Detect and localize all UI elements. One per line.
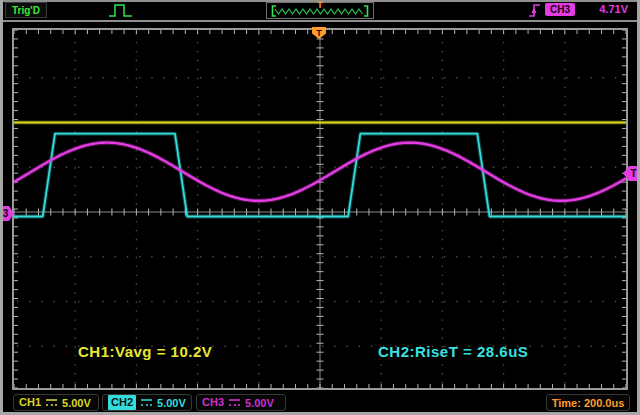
ch2-dc-coupling-icon xyxy=(141,399,152,406)
ch1-label: CH1 xyxy=(19,395,41,410)
oscilloscope-screen: Trig'D T CH3 4.71V T 3 T CH1:Vavg = 10.2… xyxy=(0,0,640,415)
bezel-top xyxy=(0,0,640,2)
timebase-readout: Time: 200.0us xyxy=(546,394,630,411)
ch1-status-box: CH1 5.00V xyxy=(13,394,99,411)
pulse-trigger-icon xyxy=(108,3,134,18)
ch3-label: CH3 xyxy=(202,395,224,410)
graticule-grid xyxy=(13,29,627,389)
timebase-label: Time: 200.0us xyxy=(552,397,625,409)
ch1-scale: 5.00V xyxy=(62,397,91,409)
trigger-status-badge: Trig'D xyxy=(5,2,47,18)
ch2-scale: 5.00V xyxy=(157,397,186,409)
trigger-level-readout: 4.71V xyxy=(580,3,628,16)
ch2-label: CH2 xyxy=(108,395,136,410)
trigger-source-badge: CH3 xyxy=(545,3,575,16)
ch2-status-box: CH2 5.00V xyxy=(102,394,192,411)
ch1-dc-coupling-icon xyxy=(46,399,57,406)
rising-edge-trigger-icon xyxy=(527,3,542,18)
ch2-measurement-readout: CH2:RiseT = 28.6uS xyxy=(378,343,528,360)
top-bar-separator xyxy=(0,20,640,22)
trigger-source-label: CH3 xyxy=(550,4,570,15)
trigger-status-label: Trig'D xyxy=(12,5,40,16)
ch3-dc-coupling-icon xyxy=(229,399,240,406)
ch1-measurement-readout: CH1:Vavg = 10.2V xyxy=(78,343,212,360)
bezel-left xyxy=(0,0,3,415)
preview-trigger-position-icon: T xyxy=(314,1,326,10)
ch3-status-box: CH3 5.00V xyxy=(196,394,286,411)
ch3-scale: 5.00V xyxy=(245,397,274,409)
